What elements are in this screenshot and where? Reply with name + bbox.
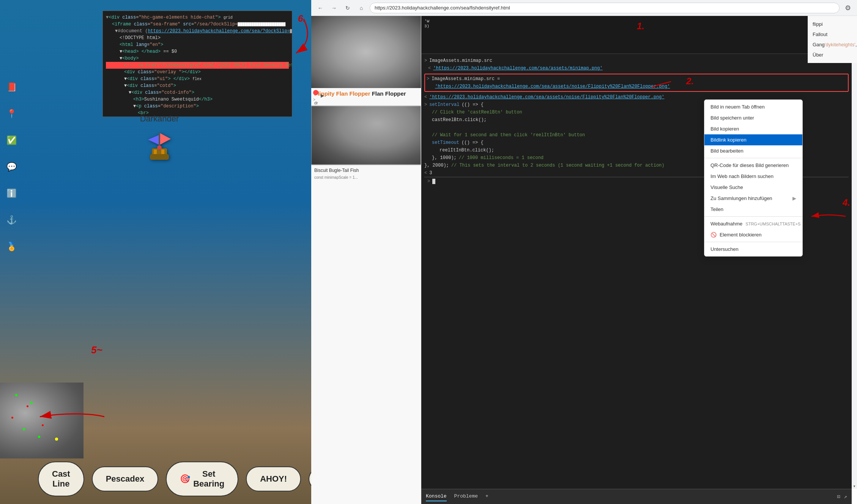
highlighted-code-block: > ImageAssets.minimap.src = 'https://202…	[424, 74, 849, 92]
arrow-2	[652, 78, 675, 89]
context-menu: Bild in neuem Tab öffnen Bild speichern …	[704, 99, 803, 257]
url-bar[interactable]	[370, 3, 840, 13]
code-line-7: ▼<body>	[106, 55, 289, 62]
screenshot-shortcut: STRG+UMSCHALTTASTE+S	[745, 222, 800, 226]
code-line-5: <html lang="en">	[106, 41, 289, 48]
svg-marker-3	[160, 133, 171, 145]
flopper-url-1[interactable]: 'https://2023.holidayhackchallenge.com/s…	[435, 83, 670, 90]
flippi-item-fallout[interactable]: Fallout	[808, 29, 857, 39]
context-menu-item-block[interactable]: 🚫 Element blockieren	[704, 229, 802, 240]
fish-reference-page: Flippity Flan Flopper Flan Flopper ▶ ▶ ▶…	[311, 16, 421, 504]
context-menu-item-inspect[interactable]: Untersuchen	[704, 244, 802, 255]
devtools-icon-1[interactable]: ⊡	[837, 493, 840, 500]
console-cursor	[432, 179, 435, 184]
annotation-5: 5~	[91, 344, 102, 356]
code-line-4: <!DOCTYPE html>	[106, 35, 289, 41]
flippi-item-flippi[interactable]: flippi	[808, 19, 857, 29]
dt-row-minimap-src: > ImageAssets.minimap.src	[424, 57, 849, 65]
browser-content: Flippity Flan Flopper Flan Flopper ▶ ▶ ▶…	[311, 16, 857, 504]
code-line-6: ▼<head> </head> == $0	[106, 48, 289, 55]
separator-3	[704, 242, 802, 242]
context-menu-item-open-new-tab[interactable]: Bild in neuem Tab öffnen	[704, 101, 802, 112]
code-line-2: <iframe class="sea-frame" src="/sea/?doc…	[106, 21, 289, 28]
arrow-annotation-left	[32, 405, 108, 428]
context-menu-item-copy-image[interactable]: Bild kopieren	[704, 123, 802, 134]
flippi-item-gang[interactable]: Gang'dykiteheights',	[808, 39, 857, 50]
sidebar-item-info[interactable]: ℹ️	[4, 186, 19, 201]
browser-settings-icon[interactable]: ⚙	[843, 3, 853, 13]
nav-back-button[interactable]: ←	[315, 3, 326, 13]
tab-konsole[interactable]: Konsole	[426, 492, 447, 501]
nav-forward-button[interactable]: →	[329, 3, 339, 13]
devtools-bottom-bar: Konsole Probleme + ⊡ ↗	[421, 489, 852, 504]
bottom-toolbar: Cast Line Pescadex 🎯 Set Bearing AHOY! ⚙…	[38, 461, 337, 496]
second-fish-name: Biscuit Bugle-Tail Fish	[311, 166, 421, 175]
svg-point-7	[157, 145, 162, 150]
browser-panel: ← → ↻ ⌂ ⚙ ▲ ▼ Flippity Flan Flopper Flan…	[311, 0, 857, 504]
context-menu-item-visual-search[interactable]: Visuelle Suche	[704, 182, 802, 193]
sidebar-item-anchor[interactable]: ⚓	[4, 213, 19, 228]
annotation-2: 2.	[686, 76, 694, 87]
ship-area: Darkander	[102, 114, 216, 173]
dr-label: dr	[311, 99, 421, 106]
svg-marker-4	[148, 135, 159, 145]
code-line-3: ▼#document (https://2023.holidayhackchal…	[106, 28, 289, 35]
context-menu-item-qr[interactable]: QR-Code für dieses Bild generieren	[704, 160, 802, 171]
code-line-11: ▼<div class="cotd">	[106, 82, 289, 89]
code-line-14: ▼<p class="description">	[106, 103, 289, 110]
flopper-url-2[interactable]: 'https://2023.holidayhackchallenge.com/s…	[429, 94, 664, 101]
block-icon: 🚫	[710, 232, 717, 238]
second-fish-image	[311, 106, 421, 165]
sidebar: 📕 📍 ✅ 💬 ℹ️ ⚓ 🏅	[0, 76, 23, 258]
fish-page-title: Flippity Flan Flopper Flan Flopper	[311, 88, 421, 99]
tab-add[interactable]: +	[485, 492, 488, 501]
nav-refresh-button[interactable]: ↻	[342, 3, 353, 13]
tab-probleme[interactable]: Probleme	[454, 492, 478, 501]
sidebar-item-badge[interactable]: 🏅	[4, 239, 19, 254]
minimap-url[interactable]: 'https://2023.holidayhackchallenge.com/s…	[433, 65, 602, 72]
ahoy-button[interactable]: AHOY!	[246, 466, 301, 491]
context-menu-item-copy-link[interactable]: Bildlink kopieren	[704, 134, 802, 145]
close-btn-1[interactable]	[313, 90, 318, 95]
sidebar-item-book[interactable]: 📕	[4, 80, 19, 95]
separator-2	[704, 216, 802, 217]
dt-row-minimap-assign: > ImageAssets.minimap.src =	[427, 75, 846, 83]
set-bearing-button[interactable]: 🎯 Set Bearing	[166, 461, 238, 496]
sidebar-item-location[interactable]: 📍	[4, 106, 19, 121]
flippi-sidebar: flippi Fallout Gang'dykiteheights', Über	[808, 16, 857, 63]
context-menu-item-share[interactable]: Teilen	[704, 204, 802, 215]
cast-line-button[interactable]: Cast Line	[38, 461, 84, 496]
code-line-1: ▼<div class="hhc-game-elements hide-chat…	[106, 14, 289, 21]
bearing-icon: 🎯	[180, 474, 190, 484]
context-menu-item-edit[interactable]: Bild bearbeiten	[704, 145, 802, 156]
devtools-bottom-icons: ⊡ ↗	[837, 493, 847, 500]
context-menu-item-search-web[interactable]: Im Web nach Bildern suchen	[704, 171, 802, 182]
annotation-4: 4.	[843, 197, 850, 208]
console-prompt: >	[427, 179, 430, 184]
context-menu-item-screenshot[interactable]: Webaufnahme STRG+UMSCHALTTASTE+S	[704, 218, 802, 229]
expand-arrow-1[interactable]: >	[313, 98, 315, 102]
flippi-item-uber[interactable]: Über	[808, 50, 857, 60]
context-menu-item-collections[interactable]: Zu Sammlungen hinzufügen ▶	[704, 193, 802, 204]
dt-row-flopper-url-1: 'https://2023.holidayhackchallenge.com/s…	[427, 83, 846, 90]
collections-arrow: ▶	[792, 195, 796, 201]
ship-icon	[102, 128, 216, 173]
sidebar-item-check[interactable]: ✅	[4, 133, 19, 148]
devtools-icon-2[interactable]: ↗	[844, 493, 847, 500]
code-line-9: <div class="overlay "></div>	[106, 69, 289, 76]
code-line-8-highlighted: <!-- <a href='fishdensityref.html'>[DEV …	[106, 62, 289, 69]
const-label: const minimapScale = 1...	[311, 175, 421, 180]
dt-row-minimap-url: < 'https://2023.holidayhackchallenge.com…	[424, 65, 849, 72]
svg-rect-6	[161, 150, 164, 154]
code-editor-panel: ▼<div class="hhc-game-elements hide-chat…	[102, 11, 292, 117]
svg-rect-1	[150, 154, 169, 160]
pescadex-button[interactable]: Pescadex	[92, 466, 159, 491]
svg-rect-5	[154, 150, 157, 154]
ship-name: Darkander	[102, 114, 216, 124]
sidebar-item-chat[interactable]: 💬	[4, 159, 19, 175]
play-btn-1[interactable]: ▶	[321, 93, 324, 98]
context-menu-item-save[interactable]: Bild speichern unter	[704, 112, 802, 123]
fish-density-image	[311, 16, 421, 88]
nav-home-button[interactable]: ⌂	[356, 3, 367, 13]
code-line-10: ▼<div class="ui"> </div> flex	[106, 76, 289, 82]
